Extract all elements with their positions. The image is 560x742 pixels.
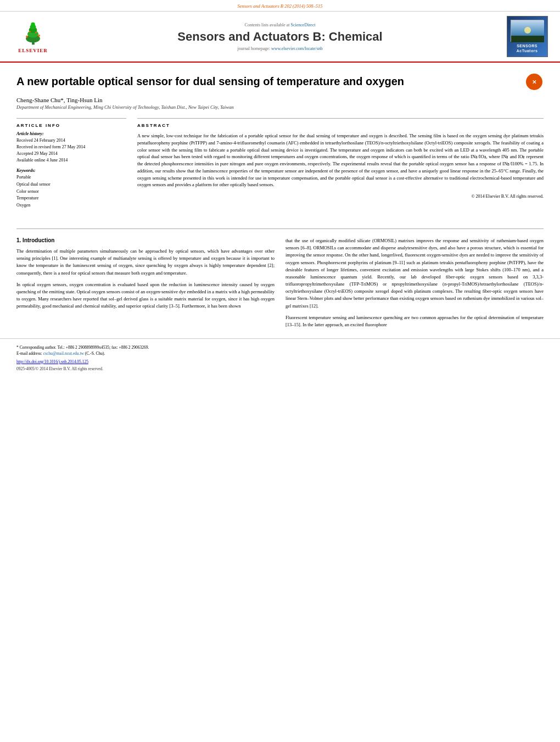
body-content: 1. Introduction The determination of mul… bbox=[0, 237, 560, 333]
article-info-label: ARTICLE INFO bbox=[16, 123, 126, 128]
article-info-abstract: ARTICLE INFO Article history: Received 2… bbox=[16, 118, 544, 209]
keyword-1: Portable bbox=[16, 174, 126, 181]
email-suffix: (C.-S. Chu). bbox=[85, 351, 105, 356]
abstract-col: ABSTRACT A new simple, low-cost techniqu… bbox=[137, 118, 544, 209]
journal-title-block: Contents lists available at ScienceDirec… bbox=[60, 16, 500, 57]
body-left-col: 1. Introduction The determination of mul… bbox=[16, 237, 275, 333]
homepage-url[interactable]: www.elsevier.com/locate/snb bbox=[271, 46, 323, 51]
crossmark-badge: ✕ bbox=[526, 74, 544, 91]
page-wrapper: Sensors and Actuators B 202 (2014) 508–5… bbox=[0, 0, 560, 742]
keyword-3: Color sensor bbox=[16, 188, 126, 196]
homepage-label: journal homepage: bbox=[237, 46, 270, 51]
keyword-5: Oxygen bbox=[16, 202, 126, 209]
abstract-text: A new simple, low-cost technique for the… bbox=[137, 132, 544, 188]
crossmark-area: A new portable optical sensor for dual s… bbox=[16, 74, 544, 91]
keyword-2: Optical dual sensor bbox=[16, 181, 126, 188]
svg-point-6 bbox=[26, 35, 28, 37]
sensors-banner: SENSORS AcTuators bbox=[505, 16, 549, 57]
contents-label: Contents lists available at bbox=[245, 23, 290, 27]
footer-section: * Corresponding author. Tel.: +886 2 290… bbox=[0, 338, 560, 374]
elsevier-tree-icon bbox=[21, 20, 46, 47]
svg-point-7 bbox=[38, 34, 40, 36]
body-right-para1: that the use of organically modified sil… bbox=[285, 237, 544, 310]
article-history: Article history: Received 24 February 20… bbox=[16, 131, 126, 164]
svg-point-9 bbox=[35, 31, 37, 33]
journal-ref: Sensors and Actuators B 202 (2014) 508–5… bbox=[11, 3, 549, 9]
elsevier-logo: ELSEVIER bbox=[11, 16, 55, 57]
received-date: Received 24 February 2014 bbox=[16, 137, 126, 144]
body-right-para2: Fluorescent temperature sensing and lumi… bbox=[285, 314, 544, 328]
section1-title: 1. Introduction bbox=[16, 237, 275, 243]
affiliation: Department of Mechanical Engineering, Mi… bbox=[16, 104, 544, 110]
sensors-banner-box: SENSORS AcTuators bbox=[507, 16, 548, 57]
body-left-para2: In optical oxygen sensors, oxygen concen… bbox=[16, 281, 275, 310]
email-link[interactable]: cschu@mail.ncut.edu.tw bbox=[43, 351, 84, 356]
article-info-col: ARTICLE INFO Article history: Received 2… bbox=[16, 118, 126, 209]
sensors-banner-text: SENSORS AcTuators bbox=[509, 43, 545, 53]
top-bar: ELSEVIER Contents lists available at Sci… bbox=[0, 12, 560, 63]
keywords-section: Keywords: Portable Optical dual sensor C… bbox=[16, 168, 126, 209]
svg-rect-11 bbox=[511, 36, 544, 42]
revised-date: Received in revised form 27 May 2014 bbox=[16, 144, 126, 150]
abstract-label: ABSTRACT bbox=[137, 123, 544, 128]
sensors-banner-image bbox=[511, 20, 544, 42]
crossmark-icon: ✕ bbox=[526, 74, 542, 90]
footnote-text: * Corresponding author. Tel.: +886 2 290… bbox=[16, 344, 544, 350]
sciencedirect-link[interactable]: ScienceDirect bbox=[291, 23, 316, 27]
journal-title: Sensors and Actuators B: Chemical bbox=[177, 30, 382, 44]
header: Sensors and Actuators B 202 (2014) 508–5… bbox=[0, 0, 560, 12]
online-date: Available online 4 June 2014 bbox=[16, 157, 126, 164]
email-label: E-mail address: bbox=[16, 351, 42, 356]
svg-point-8 bbox=[29, 30, 31, 32]
svg-point-12 bbox=[524, 27, 531, 34]
body-left-para1: The determination of multiple parameters… bbox=[16, 248, 275, 277]
journal-homepage-line: journal homepage: www.elsevier.com/locat… bbox=[237, 46, 322, 51]
elsevier-wordmark: ELSEVIER bbox=[18, 48, 48, 53]
body-right-col: that the use of organically modified sil… bbox=[285, 237, 544, 333]
doi-line: http://dx.doi.org/10.1016/j.snb.2014.05.… bbox=[16, 359, 544, 364]
authors-text: Cheng-Shane Chu*, Ting-Hsun Lin bbox=[16, 97, 102, 103]
accepted-date: Accepted 29 May 2014 bbox=[16, 150, 126, 157]
doi-link[interactable]: http://dx.doi.org/10.1016/j.snb.2014.05.… bbox=[16, 359, 88, 364]
article-section: A new portable optical sensor for dual s… bbox=[0, 63, 560, 220]
footnote-line: * Corresponding author. Tel.: +886 2 290… bbox=[16, 345, 149, 350]
keyword-4: Temperature bbox=[16, 195, 126, 202]
email-line: E-mail address: cschu@mail.ncut.edu.tw (… bbox=[16, 350, 544, 356]
issn-line: 0925-4005/© 2014 Elsevier B.V. All right… bbox=[16, 366, 544, 371]
sciencedirect-line: Contents lists available at ScienceDirec… bbox=[245, 23, 316, 27]
authors: Cheng-Shane Chu*, Ting-Hsun Lin bbox=[16, 97, 544, 103]
section-divider bbox=[16, 228, 544, 229]
article-title: A new portable optical sensor for dual s… bbox=[16, 74, 515, 89]
copyright: © 2014 Elsevier B.V. All rights reserved… bbox=[137, 194, 544, 199]
svg-point-5 bbox=[31, 22, 35, 26]
keywords-label: Keywords: bbox=[16, 168, 126, 173]
history-label: Article history: bbox=[16, 131, 126, 136]
